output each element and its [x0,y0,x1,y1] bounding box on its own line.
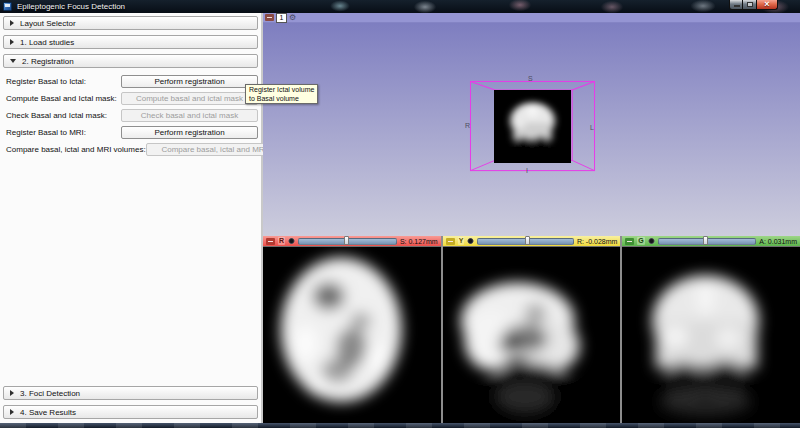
view-area: 1 [263,13,800,423]
pin-collapse-icon[interactable] [266,238,275,245]
compute-mask-button[interactable]: Compute basal and ictal mask [121,92,258,105]
app-window: Epileptogenic Focus Detection × Layout S… [0,0,800,428]
visibility-eye-icon[interactable] [288,238,295,244]
threed-viewport[interactable]: S R L I [263,23,800,236]
green-view-label: G [637,237,644,245]
slider-handle[interactable] [703,236,708,245]
close-button[interactable]: × [757,0,778,10]
threed-view-label: 1 [276,13,287,23]
section-foci-detection[interactable]: 3. Foci Detection [3,386,258,400]
section-label: 4. Save Results [20,408,76,417]
register-basal-ictal-label: Register Basal to Ictal: [3,77,121,86]
brain-volume-render [494,90,571,163]
volume-slice-plane [494,90,571,163]
collapsed-arrow-icon [10,39,14,45]
window-controls: × [729,0,778,10]
registration-form: Register Basal to Ictal: Perform registr… [0,72,261,160]
maximize-icon [747,2,753,7]
tooltip-line2: to Basal volume [249,94,314,103]
green-slice-view: G A: 0.031mm [620,236,800,423]
collapsed-arrow-icon [10,390,14,396]
close-icon: × [757,0,777,9]
minimize-icon [734,5,740,7]
axial-slice-image[interactable] [263,247,441,423]
slider-handle[interactable] [525,236,530,245]
module-panel: Layout Selector 1. Load studies 2. Regis… [0,13,263,423]
check-mask-button[interactable]: Check basal and ictal mask [121,109,258,122]
tooltip: Register Ictal volume to Basal volume [245,84,318,104]
collapsed-arrow-icon [10,409,14,415]
section-layout-selector[interactable]: Layout Selector [3,16,258,30]
red-offset-value: S: 0.127mm [400,238,438,245]
slider-handle[interactable] [344,236,349,245]
register-basal-mri-label: Register Basal to MRI: [3,128,121,137]
sagittal-slice-image[interactable] [443,247,621,423]
yellow-offset-value: R: -0.028mm [577,238,617,245]
orientation-superior-label: S [528,75,533,82]
pin-collapse-icon[interactable] [446,238,455,245]
red-slice-view: R S: 0.127mm [263,236,441,423]
form-row: Compare basal, ictal and MRI volumes: Co… [3,143,258,156]
yellow-view-label: Y [458,237,465,245]
orientation-left-label: L [590,124,594,131]
threed-view-controller-bar: 1 [263,13,800,23]
green-slice-offset-slider[interactable] [658,238,756,245]
section-label: 2. Registration [22,57,74,66]
gear-icon[interactable] [289,14,296,22]
red-slice-controller-bar: R S: 0.127mm [263,236,441,247]
pin-collapse-icon[interactable] [265,14,274,21]
coronal-brain-render [622,247,800,423]
sagittal-brain-render [443,247,621,423]
green-offset-value: A: 0.031mm [759,238,797,245]
orientation-right-label: R [465,122,470,129]
section-label: 3. Foci Detection [20,389,80,398]
maximize-button[interactable] [743,0,757,10]
pin-collapse-icon[interactable] [625,238,634,245]
orientation-inferior-label: I [526,167,528,174]
form-row: Compute Basal and Ictal mask: Compute ba… [3,92,258,105]
threed-view: 1 [263,13,800,236]
form-row: Check Basal and Ictal mask: Check basal … [3,109,258,122]
yellow-slice-controller-bar: Y R: -0.028mm [443,236,621,247]
axial-brain-render [263,247,441,423]
section-label: Layout Selector [20,19,76,28]
section-save-results[interactable]: 4. Save Results [3,405,258,419]
minimize-button[interactable] [729,0,743,10]
section-load-studies[interactable]: 1. Load studies [3,35,258,49]
section-label: 1. Load studies [20,38,74,47]
form-row: Register Basal to MRI: Perform registrat… [3,126,258,139]
coronal-slice-image[interactable] [622,247,800,423]
compute-mask-label: Compute Basal and Ictal mask: [3,94,121,103]
green-slice-controller-bar: G A: 0.031mm [622,236,800,247]
yellow-slice-view: Y R: -0.028mm [441,236,621,423]
title-bar[interactable]: Epileptogenic Focus Detection × [0,0,800,13]
expanded-arrow-icon [10,59,16,63]
yellow-slice-offset-slider[interactable] [477,238,574,245]
taskbar-sliver[interactable] [0,423,800,428]
perform-registration-ictal-button[interactable]: Perform registration [121,75,258,88]
visibility-eye-icon[interactable] [648,238,655,244]
check-mask-label: Check Basal and Ictal mask: [3,111,121,120]
red-view-label: R [278,237,285,245]
collapsed-arrow-icon [10,20,14,26]
app-icon [3,2,12,11]
red-slice-offset-slider[interactable] [298,238,397,245]
window-title: Epileptogenic Focus Detection [17,1,125,12]
perform-registration-mri-button[interactable]: Perform registration [121,126,258,139]
tooltip-line1: Register Ictal volume [249,85,314,94]
visibility-eye-icon[interactable] [467,238,474,244]
panel-spacer [0,160,261,385]
slice-views: R S: 0.127mm [263,236,800,423]
form-row: Register Basal to Ictal: Perform registr… [3,75,258,88]
section-registration[interactable]: 2. Registration [3,54,258,68]
compare-volumes-label: Compare basal, ictal and MRI volumes: [3,145,146,154]
main-content: Layout Selector 1. Load studies 2. Regis… [0,13,800,423]
